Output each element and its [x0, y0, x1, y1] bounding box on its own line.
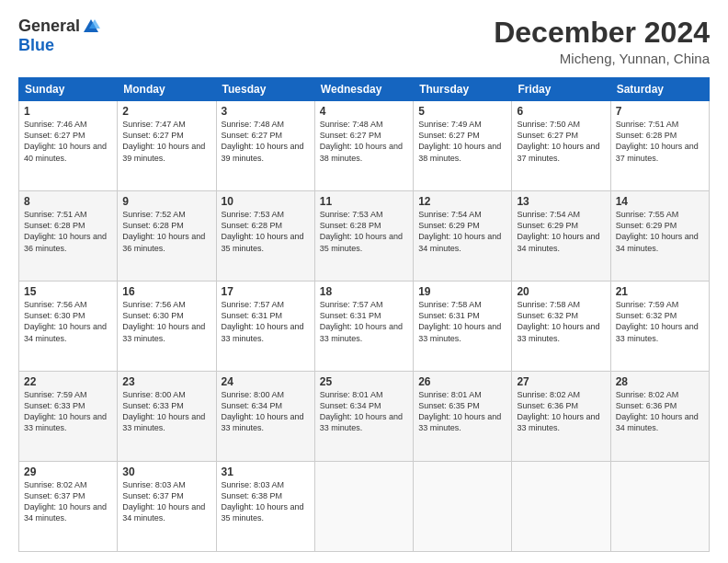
- day-number: 7: [616, 105, 704, 118]
- day-number: 23: [122, 375, 210, 388]
- header-thursday: Thursday: [414, 78, 512, 101]
- header: General Blue December 2024 Micheng, Yunn…: [18, 17, 710, 66]
- cell-content: Sunrise: 7:48 AMSunset: 6:27 PMDaylight:…: [320, 119, 408, 164]
- day-number: 21: [616, 285, 704, 298]
- cell-content: Sunrise: 8:03 AMSunset: 6:38 PMDaylight:…: [222, 479, 310, 524]
- table-cell-empty-3: [512, 462, 610, 552]
- cell-content: Sunrise: 7:51 AMSunset: 6:28 PMDaylight:…: [24, 209, 112, 254]
- table-cell-dec1: 1 Sunrise: 7:46 AMSunset: 6:27 PMDayligh…: [19, 101, 118, 191]
- week-row-5: 29 Sunrise: 8:02 AMSunset: 6:37 PMDaylig…: [19, 462, 710, 552]
- table-cell-empty-2: [414, 462, 512, 552]
- cell-content: Sunrise: 7:54 AMSunset: 6:29 PMDaylight:…: [517, 209, 605, 254]
- table-cell-dec17: 17 Sunrise: 7:57 AMSunset: 6:31 PMDaylig…: [216, 282, 314, 372]
- header-tuesday: Tuesday: [216, 78, 314, 101]
- day-number: 29: [24, 465, 112, 478]
- location: Micheng, Yunnan, China: [494, 51, 710, 66]
- table-cell-dec29: 29 Sunrise: 8:02 AMSunset: 6:37 PMDaylig…: [19, 462, 118, 552]
- cell-content: Sunrise: 7:54 AMSunset: 6:29 PMDaylight:…: [418, 209, 506, 254]
- page: General Blue December 2024 Micheng, Yunn…: [0, 0, 728, 563]
- header-friday: Friday: [512, 78, 610, 101]
- cell-content: Sunrise: 7:57 AMSunset: 6:31 PMDaylight:…: [222, 299, 310, 344]
- table-cell-dec15: 15 Sunrise: 7:56 AMSunset: 6:30 PMDaylig…: [19, 282, 118, 372]
- day-number: 30: [122, 465, 210, 478]
- cell-content: Sunrise: 7:51 AMSunset: 6:28 PMDaylight:…: [616, 119, 704, 164]
- table-cell-dec25: 25 Sunrise: 8:01 AMSunset: 6:34 PMDaylig…: [314, 372, 413, 462]
- day-number: 19: [418, 285, 506, 298]
- day-number: 20: [517, 285, 605, 298]
- cell-content: Sunrise: 7:50 AMSunset: 6:27 PMDaylight:…: [517, 119, 605, 164]
- day-number: 6: [517, 105, 605, 118]
- cell-content: Sunrise: 7:48 AMSunset: 6:27 PMDaylight:…: [222, 119, 310, 164]
- calendar: Sunday Monday Tuesday Wednesday Thursday…: [18, 77, 710, 552]
- cell-content: Sunrise: 8:02 AMSunset: 6:37 PMDaylight:…: [24, 479, 112, 524]
- header-wednesday: Wednesday: [314, 78, 413, 101]
- cell-content: Sunrise: 7:49 AMSunset: 6:27 PMDaylight:…: [418, 119, 506, 164]
- table-cell-dec28: 28 Sunrise: 8:02 AMSunset: 6:36 PMDaylig…: [610, 372, 709, 462]
- table-cell-dec14: 14 Sunrise: 7:55 AMSunset: 6:29 PMDaylig…: [610, 191, 709, 282]
- day-number: 9: [122, 195, 210, 208]
- table-cell-dec8: 8 Sunrise: 7:51 AMSunset: 6:28 PMDayligh…: [19, 191, 118, 282]
- table-cell-dec13: 13 Sunrise: 7:54 AMSunset: 6:29 PMDaylig…: [512, 191, 610, 282]
- cell-content: Sunrise: 7:53 AMSunset: 6:28 PMDaylight:…: [320, 209, 408, 254]
- day-number: 13: [517, 195, 605, 208]
- logo-blue: Blue: [18, 36, 54, 55]
- cell-content: Sunrise: 7:59 AMSunset: 6:32 PMDaylight:…: [616, 299, 704, 344]
- month-title: December 2024: [494, 17, 710, 49]
- cell-content: Sunrise: 8:00 AMSunset: 6:33 PMDaylight:…: [122, 389, 210, 434]
- table-cell-dec6: 6 Sunrise: 7:50 AMSunset: 6:27 PMDayligh…: [512, 101, 610, 191]
- table-cell-dec21: 21 Sunrise: 7:59 AMSunset: 6:32 PMDaylig…: [610, 282, 709, 372]
- day-number: 15: [24, 285, 112, 298]
- day-number: 5: [418, 105, 506, 118]
- cell-content: Sunrise: 8:00 AMSunset: 6:34 PMDaylight:…: [222, 389, 310, 434]
- cell-content: Sunrise: 8:02 AMSunset: 6:36 PMDaylight:…: [616, 389, 704, 434]
- logo: General Blue: [18, 17, 100, 55]
- header-saturday: Saturday: [610, 78, 709, 101]
- cell-content: Sunrise: 7:56 AMSunset: 6:30 PMDaylight:…: [122, 299, 210, 344]
- cell-content: Sunrise: 7:59 AMSunset: 6:33 PMDaylight:…: [24, 389, 112, 434]
- cell-content: Sunrise: 7:56 AMSunset: 6:30 PMDaylight:…: [24, 299, 112, 344]
- day-number: 28: [616, 375, 704, 388]
- table-cell-dec30: 30 Sunrise: 8:03 AMSunset: 6:37 PMDaylig…: [118, 462, 216, 552]
- week-row-3: 15 Sunrise: 7:56 AMSunset: 6:30 PMDaylig…: [19, 282, 710, 372]
- week-row-4: 22 Sunrise: 7:59 AMSunset: 6:33 PMDaylig…: [19, 372, 710, 462]
- day-number: 26: [418, 375, 506, 388]
- table-cell-dec24: 24 Sunrise: 8:00 AMSunset: 6:34 PMDaylig…: [216, 372, 314, 462]
- table-cell-empty-1: [314, 462, 413, 552]
- cell-content: Sunrise: 7:47 AMSunset: 6:27 PMDaylight:…: [122, 119, 210, 164]
- day-number: 18: [320, 285, 408, 298]
- table-cell-dec20: 20 Sunrise: 7:58 AMSunset: 6:32 PMDaylig…: [512, 282, 610, 372]
- logo-icon: [82, 17, 100, 36]
- table-cell-dec10: 10 Sunrise: 7:53 AMSunset: 6:28 PMDaylig…: [216, 191, 314, 282]
- cell-content: Sunrise: 7:52 AMSunset: 6:28 PMDaylight:…: [122, 209, 210, 254]
- cell-content: Sunrise: 8:01 AMSunset: 6:34 PMDaylight:…: [320, 389, 408, 434]
- table-cell-dec3: 3 Sunrise: 7:48 AMSunset: 6:27 PMDayligh…: [216, 101, 314, 191]
- day-number: 3: [222, 105, 310, 118]
- table-cell-dec23: 23 Sunrise: 8:00 AMSunset: 6:33 PMDaylig…: [118, 372, 216, 462]
- table-cell-dec26: 26 Sunrise: 8:01 AMSunset: 6:35 PMDaylig…: [414, 372, 512, 462]
- week-row-2: 8 Sunrise: 7:51 AMSunset: 6:28 PMDayligh…: [19, 191, 710, 282]
- day-number: 27: [517, 375, 605, 388]
- day-number: 31: [222, 465, 310, 478]
- table-cell-dec2: 2 Sunrise: 7:47 AMSunset: 6:27 PMDayligh…: [118, 101, 216, 191]
- day-number: 12: [418, 195, 506, 208]
- day-number: 22: [24, 375, 112, 388]
- cell-content: Sunrise: 7:58 AMSunset: 6:32 PMDaylight:…: [517, 299, 605, 344]
- table-cell-dec9: 9 Sunrise: 7:52 AMSunset: 6:28 PMDayligh…: [118, 191, 216, 282]
- day-number: 16: [122, 285, 210, 298]
- day-number: 14: [616, 195, 704, 208]
- day-number: 2: [122, 105, 210, 118]
- table-cell-dec22: 22 Sunrise: 7:59 AMSunset: 6:33 PMDaylig…: [19, 372, 118, 462]
- header-sunday: Sunday: [19, 78, 118, 101]
- cell-content: Sunrise: 7:57 AMSunset: 6:31 PMDaylight:…: [320, 299, 408, 344]
- table-cell-dec31: 31 Sunrise: 8:03 AMSunset: 6:38 PMDaylig…: [216, 462, 314, 552]
- week-row-1: 1 Sunrise: 7:46 AMSunset: 6:27 PMDayligh…: [19, 101, 710, 191]
- cell-content: Sunrise: 8:02 AMSunset: 6:36 PMDaylight:…: [517, 389, 605, 434]
- table-cell-dec4: 4 Sunrise: 7:48 AMSunset: 6:27 PMDayligh…: [314, 101, 413, 191]
- cell-content: Sunrise: 8:01 AMSunset: 6:35 PMDaylight:…: [418, 389, 506, 434]
- cell-content: Sunrise: 7:46 AMSunset: 6:27 PMDaylight:…: [24, 119, 112, 164]
- cell-content: Sunrise: 8:03 AMSunset: 6:37 PMDaylight:…: [122, 479, 210, 524]
- day-number: 25: [320, 375, 408, 388]
- cell-content: Sunrise: 7:53 AMSunset: 6:28 PMDaylight:…: [222, 209, 310, 254]
- table-cell-dec27: 27 Sunrise: 8:02 AMSunset: 6:36 PMDaylig…: [512, 372, 610, 462]
- table-cell-dec11: 11 Sunrise: 7:53 AMSunset: 6:28 PMDaylig…: [314, 191, 413, 282]
